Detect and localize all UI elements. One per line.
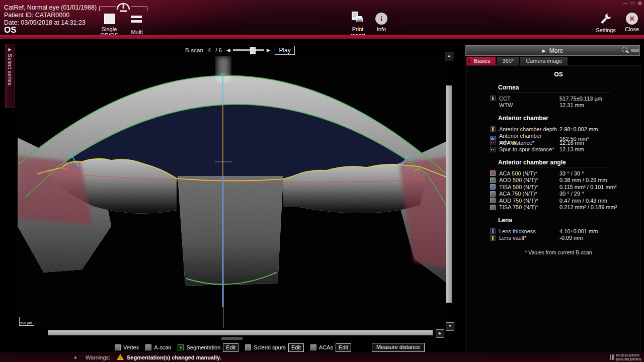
measurement-value: 0.212 mm² / 0.189 mm² — [559, 204, 640, 210]
header-accent-strip — [0, 35, 644, 39]
status-bar: 1.0.254 ▲ Warnings: Segmentation(s) chan… — [0, 352, 644, 362]
measurement-label: CCT — [499, 96, 558, 102]
section-title: Anterior chamber — [498, 115, 611, 123]
measurement-label: TISA 500 (N/T)* — [499, 184, 558, 190]
measurement-row: ACA 750 (N/T)*30 ° / 29 ° — [490, 191, 640, 198]
magnifier-icon[interactable] — [621, 47, 632, 54]
warning-message: Segmentation(s) changed manually. — [127, 354, 221, 360]
select-series-flyout[interactable]: ▶ Select series — [5, 44, 15, 108]
overlay-controls-bar: VertexA-scan▲SegmentationEditScleral spu… — [115, 343, 425, 352]
measurement-value: -0.09 mm — [559, 235, 640, 241]
measurement-value: 0.115 mm² / 0.101 mm² — [559, 184, 640, 190]
multi-view-icon — [131, 16, 142, 25]
window-minimize-icon[interactable]: — — [623, 1, 628, 6]
multi-label: Multi — [129, 29, 145, 35]
checkbox[interactable] — [310, 344, 316, 350]
measurement-row: CCT517.75±0.113 µm — [490, 95, 640, 102]
checkbox[interactable] — [145, 344, 151, 350]
section-lens: LensLens thickness4.10±0.001 mmLens vaul… — [490, 217, 640, 241]
spur-distance-icon — [490, 147, 496, 152]
measurement-label: ACA distance* — [499, 140, 558, 146]
panel-eye-title: OS — [497, 71, 620, 78]
measurement-row: TISA 500 (N/T)*0.115 mm² / 0.101 mm² — [490, 184, 640, 191]
gauge-icon — [115, 1, 131, 12]
play-button[interactable]: Play — [275, 46, 294, 55]
bscan-canvas[interactable] — [18, 56, 448, 330]
patient-name: CatRef, Normal eye (01/01/1988) — [4, 4, 97, 12]
measurement-value: 0.38 mm / 0.29 mm — [559, 177, 640, 183]
settings-wrench-icon — [599, 13, 612, 26]
lens-thickness-icon — [490, 228, 496, 234]
checkbox-label: ACAs — [319, 344, 333, 350]
measurement-value: 4.10±0.001 mm — [559, 228, 640, 234]
patient-id: Patient ID: CATAR0000 — [4, 12, 97, 19]
single-view-icon — [104, 14, 115, 24]
measurement-label: AOD 750 (N/T)* — [499, 198, 558, 204]
measurement-row: Lens vault*-0.09 mm — [490, 235, 640, 242]
more-arrow-icon: ▶ — [542, 48, 546, 53]
select-series-arrow-icon: ▶ — [8, 47, 12, 52]
edit-button[interactable]: Edit — [336, 343, 351, 352]
close-label: Close — [622, 26, 642, 32]
checkbox-warning-icon[interactable]: ▲ — [178, 344, 184, 350]
print-report-button[interactable]: Print report — [346, 11, 369, 38]
scale-label: 500 µm — [20, 321, 32, 325]
window-close-icon[interactable]: ⊗ — [638, 1, 642, 6]
section-anterior-chamber-angle: Anterior chamber angleACA 500 (N/T)*33 °… — [490, 159, 640, 211]
measurement-value: 12.31 mm — [559, 102, 640, 108]
footnote: * Values from current B-scan — [497, 249, 620, 255]
slider-right-arrow-icon[interactable]: ▶ — [267, 48, 271, 53]
measurement-row: ACA 500 (N/T)*33 ° / 30 ° — [490, 170, 640, 177]
warnings-collapse-icon[interactable]: ▲ — [73, 355, 77, 359]
brand-line1: HEIDELBERG — [616, 353, 641, 357]
tisa500-icon — [490, 184, 496, 190]
depth-icon — [490, 126, 496, 132]
tab-camera-image[interactable]: Camera image — [520, 57, 568, 65]
select-series-label: Select series — [7, 54, 13, 85]
measure-distance-button[interactable]: Measure distance — [372, 343, 425, 352]
measurement-value: 0.47 mm / 0.43 mm — [559, 198, 640, 204]
overlay-toggle-acas: ACAsEdit — [310, 343, 351, 352]
info-button[interactable]: i Info — [372, 13, 390, 32]
tab-360-[interactable]: 360° — [497, 57, 519, 65]
horizontal-scrollbar-thumb[interactable] — [48, 330, 433, 335]
overlay-toggle-vertex: Vertex — [115, 344, 139, 350]
heidelberg-logo: HEIDELBERG ENGINEERING — [610, 353, 641, 361]
aod500-icon — [490, 177, 496, 183]
edit-button[interactable]: Edit — [223, 343, 238, 352]
vertical-scrollbar-thumb[interactable] — [446, 85, 452, 303]
section-anterior-chamber: Anterior chamberAnterior chamber depth2.… — [490, 115, 640, 153]
measurement-row: Anterior chamber volume162.50 mm³ — [490, 133, 640, 140]
measurement-label: ACA 500 (N/T)* — [499, 170, 558, 176]
scroll-up-button[interactable]: ▲ — [445, 52, 453, 60]
settings-button[interactable]: Settings — [593, 13, 619, 33]
more-button[interactable]: ▶ More — [465, 45, 640, 56]
bscan-current: 4 — [208, 47, 211, 53]
slider-left-arrow-icon[interactable]: ◀ — [226, 48, 230, 53]
cct-icon — [490, 96, 496, 101]
checkbox[interactable] — [115, 344, 121, 350]
measurement-label: AOD 500 (N/T)* — [499, 177, 558, 183]
eye-label: OS — [4, 25, 17, 35]
slider-handle[interactable] — [250, 47, 256, 54]
edit-button[interactable]: Edit — [288, 343, 304, 352]
aod750-icon — [490, 198, 496, 203]
measurement-value: 517.75±0.113 µm — [559, 96, 640, 102]
window-maximize-icon[interactable]: □ — [631, 1, 634, 6]
scroll-right-button[interactable]: ▶ — [436, 329, 444, 338]
tab-basics[interactable]: Basics — [466, 57, 496, 65]
bscan-slider: ◀ ▶ — [226, 48, 270, 53]
bscan-label: B-scan — [185, 47, 203, 53]
scroll-down-button[interactable]: ▼ — [446, 322, 454, 331]
close-button[interactable]: ✕ Close — [622, 13, 642, 32]
scale-bar: 500 µm — [19, 317, 34, 326]
title-bar: — □ ⊗ CatRef, Normal eye (01/01/1988) Pa… — [0, 0, 644, 35]
exam-date: Date: 03/05/2018 at 14:31:23 — [4, 19, 97, 27]
section-cornea: CorneaCCT517.75±0.113 µmWTW12.31 mm — [490, 84, 640, 109]
checkbox[interactable] — [245, 344, 251, 350]
overlay-toggle-segmentation: ▲SegmentationEdit — [178, 343, 238, 352]
aca500-icon — [490, 170, 496, 176]
measurement-label: WTW — [499, 102, 558, 108]
slider-track[interactable] — [233, 49, 264, 51]
lens-vault-icon — [490, 235, 496, 241]
